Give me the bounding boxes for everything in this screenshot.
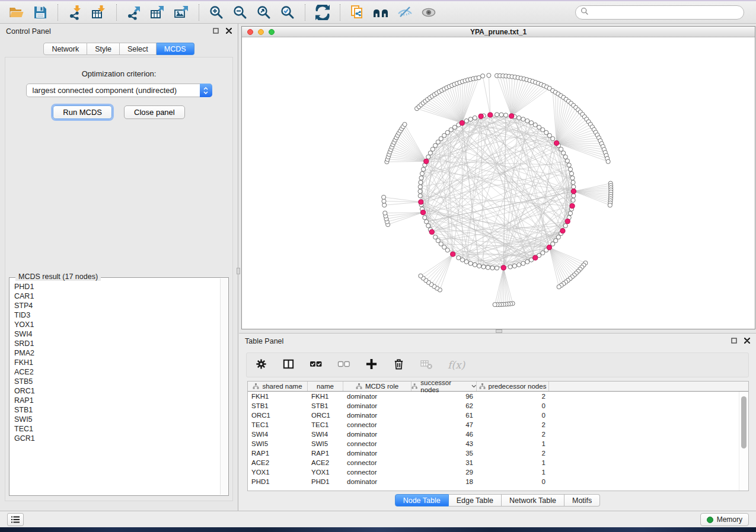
zoom-fit-button[interactable]	[254, 3, 274, 22]
tab-mcds[interactable]: MCDS	[157, 43, 194, 55]
maximize-window-icon[interactable]	[269, 29, 275, 35]
optimization-criterion-dropdown[interactable]: largest connected component (undirected)	[26, 84, 212, 97]
save-session-button[interactable]	[30, 3, 50, 22]
copy-network-icon	[350, 5, 365, 20]
add-column-icon[interactable]	[365, 358, 378, 373]
mcds-result-item[interactable]: SWI5	[14, 415, 219, 424]
column-header-successor-nodes[interactable]: successor nodes	[412, 382, 477, 391]
zoom-in-button[interactable]	[206, 3, 227, 22]
mcds-result-item[interactable]: SRD1	[14, 339, 219, 348]
desktop-wallpaper	[0, 527, 756, 532]
table-cell: 96	[412, 393, 477, 400]
show-all-button[interactable]	[419, 3, 439, 22]
table-body[interactable]: FKH1FKH1dominator962STB1STB1dominator620…	[248, 392, 739, 491]
export-network-button[interactable]	[124, 3, 144, 22]
table-cell: dominator	[343, 412, 412, 419]
close-panel-icon[interactable]	[226, 27, 232, 36]
tab-style[interactable]: Style	[87, 43, 120, 55]
export-table-button[interactable]	[148, 3, 168, 22]
node-table: shared name name MCDS role successor nod…	[247, 381, 749, 491]
tab-motifs[interactable]: Motifs	[564, 494, 600, 507]
close-panel-icon[interactable]	[744, 337, 750, 345]
scrollbar-thumb[interactable]	[741, 396, 747, 448]
table-cell: SWI4	[248, 431, 308, 438]
column-header-shared-name[interactable]: shared name	[248, 382, 308, 391]
mcds-result-item[interactable]: PMA2	[14, 348, 219, 358]
deselect-all-icon[interactable]	[337, 357, 350, 373]
tab-select[interactable]: Select	[120, 43, 157, 55]
float-panel-icon[interactable]	[731, 337, 737, 345]
new-network-from-selection-button[interactable]	[347, 3, 368, 22]
tab-network-table[interactable]: Network Table	[502, 494, 564, 507]
toolbar-separator	[340, 4, 340, 21]
zoom-selected-button[interactable]	[277, 3, 298, 22]
mcds-result-item[interactable]: FKH1	[14, 358, 219, 367]
table-row[interactable]: TEC1TEC1connector472	[248, 420, 739, 430]
table-row[interactable]: ORC1ORC1dominator610	[248, 411, 739, 420]
vertical-splitter-grip[interactable]	[237, 268, 240, 274]
show-columns-icon[interactable]	[282, 358, 295, 373]
table-row[interactable]: PHD1PHD1dominator180	[248, 477, 739, 486]
table-row[interactable]: SWI4SWI4dominator462	[248, 430, 739, 439]
mcds-result-item[interactable]: STB1	[14, 405, 219, 415]
refresh-button[interactable]	[312, 3, 333, 22]
mcds-result-list[interactable]: PHD1CAR1STP4TID3YOX1SWI4SRD1PMA2FKH1ACE2…	[11, 279, 219, 494]
select-all-icon[interactable]	[310, 357, 323, 373]
table-row[interactable]: FKH1FKH1dominator962	[248, 392, 739, 401]
table-row[interactable]: YOX1YOX1connector291	[248, 467, 739, 477]
tab-network[interactable]: Network	[43, 43, 87, 55]
minimize-window-icon[interactable]	[258, 29, 264, 35]
table-cell: dominator	[343, 431, 412, 438]
export-image-button[interactable]	[171, 3, 192, 22]
mcds-result-item[interactable]: TID3	[14, 310, 219, 320]
close-window-icon[interactable]	[247, 29, 253, 35]
mcds-result-item[interactable]: CAR1	[14, 291, 219, 301]
close-panel-button[interactable]: Close panel	[124, 105, 185, 119]
mcds-result-item[interactable]: SWI4	[14, 329, 219, 339]
delete-column-icon[interactable]	[393, 358, 405, 373]
table-cell: ACE2	[248, 459, 308, 466]
table-row[interactable]: RAP1RAP1dominator352	[248, 448, 739, 458]
table-row[interactable]: SWI5SWI5connector431	[248, 439, 739, 448]
network-window: YPA_prune.txt_1	[241, 26, 755, 329]
import-network-button[interactable]	[65, 3, 85, 22]
network-window-titlebar[interactable]: YPA_prune.txt_1	[242, 27, 755, 37]
mcds-list-scrollbar[interactable]	[220, 278, 228, 495]
table-row[interactable]: ACE2ACE2connector311	[248, 458, 739, 467]
import-table-button[interactable]	[89, 3, 109, 22]
open-file-button[interactable]	[7, 3, 27, 22]
column-header-mcds-role[interactable]: MCDS role	[343, 382, 412, 391]
zoom-out-button[interactable]	[230, 3, 250, 22]
column-header-predecessor-nodes[interactable]: predecessor nodes	[477, 382, 549, 391]
search-input[interactable]	[592, 8, 739, 17]
mcds-result-item[interactable]: TEC1	[14, 424, 219, 434]
first-neighbors-icon	[372, 5, 390, 20]
network-graph[interactable]	[242, 38, 755, 329]
run-mcds-button[interactable]: Run MCDS	[53, 105, 112, 119]
table-scrollbar[interactable]	[739, 392, 748, 491]
mcds-result-item[interactable]: GCR1	[14, 434, 219, 443]
table-cell: ACE2	[308, 459, 343, 466]
mcds-result-item[interactable]: ORC1	[14, 386, 219, 396]
float-panel-icon[interactable]	[213, 27, 219, 36]
tab-edge-table[interactable]: Edge Table	[449, 494, 502, 507]
mcds-result-item[interactable]: STB5	[14, 377, 219, 386]
search-field[interactable]	[575, 5, 744, 20]
mcds-result-item[interactable]: YOX1	[14, 320, 219, 329]
first-neighbors-button[interactable]	[371, 3, 391, 22]
network-view[interactable]	[242, 38, 755, 329]
mcds-result-item[interactable]: RAP1	[14, 396, 219, 405]
tab-node-table[interactable]: Node Table	[395, 494, 449, 507]
mcds-result-item[interactable]: PHD1	[14, 282, 219, 291]
search-icon	[580, 7, 589, 18]
gear-icon[interactable]	[255, 358, 267, 373]
task-history-button[interactable]	[7, 513, 24, 526]
table-cell: 2	[477, 393, 549, 400]
mcds-result-item[interactable]: STP4	[14, 301, 219, 310]
column-header-name[interactable]: name	[308, 382, 343, 391]
mcds-result-item[interactable]: ACE2	[14, 367, 219, 377]
control-panel-title: Control Panel	[6, 27, 51, 36]
memory-button[interactable]: Memory	[700, 513, 749, 526]
table-row[interactable]: STB1STB1dominator620	[248, 401, 739, 411]
hide-selected-button[interactable]	[395, 3, 415, 22]
